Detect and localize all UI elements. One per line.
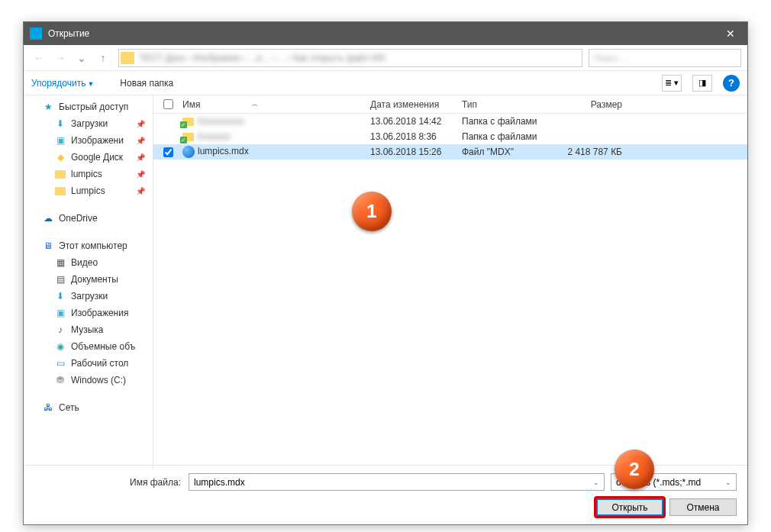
gdrive-icon: ◆ [54,151,66,163]
organize-button[interactable]: Упорядочить▼ [31,78,94,89]
download-icon: ⬇ [54,118,66,130]
column-date[interactable]: Дата изменения [364,99,456,110]
pin-icon: 📌 [136,170,145,179]
desktop-icon: ▭ [54,357,66,369]
pictures-icon: ▣ [54,134,66,147]
sidebar-quick-access[interactable]: ★Быстрый доступ [24,98,153,115]
sidebar-desktop[interactable]: ▭Рабочий стол [24,355,153,372]
file-row-folder[interactable]: Xxxxxxx 13.06.2018 8:36 Папка с файлами [153,129,747,144]
file-date: 13.06.2018 8:36 [364,131,456,142]
sidebar-3d-objects[interactable]: ◉Объемные объ [24,338,153,355]
preview-pane-button[interactable]: ◨ [692,75,712,92]
folder-icon [182,133,194,141]
file-name: Xxxxxxx [197,131,231,142]
close-button[interactable]: ✕ [713,22,747,45]
search-placeholder: Поиск ... [589,50,740,66]
up-button[interactable]: ↑ [94,49,112,67]
mdx-file-icon [182,146,195,158]
pc-icon: 🖥 [42,240,54,252]
annotation-badge-2: 2 [615,450,654,489]
command-bar: Упорядочить▼ Новая папка ≣ ▾ ◨ ? [24,71,747,95]
view-options-button[interactable]: ≣ ▾ [662,75,682,92]
recent-locations-caret[interactable]: ⌄ [73,49,91,67]
filename-label: Имя файла: [34,477,189,488]
sidebar-pictures[interactable]: ▣Изображени📌 [24,132,153,149]
onedrive-icon: ☁ [42,212,54,224]
file-row-selected[interactable]: lumpics.mdx 13.06.2018 15:26 Файл "MDX" … [153,144,747,160]
pin-icon: 📌 [136,153,145,162]
file-type: Папка с файлами [456,116,549,127]
search-input[interactable]: Поиск ... [589,49,741,67]
title-bar: Открытие ✕ [24,22,747,45]
app-icon [30,27,42,40]
file-name: Xxxxxxxxxx [197,116,244,127]
sidebar-downloads2[interactable]: ⬇Загрузки [24,288,153,305]
star-icon: ★ [42,101,54,113]
column-name[interactable]: Имя︿ [176,99,364,110]
file-row-folder[interactable]: Xxxxxxxxxx 13.06.2018 14:42 Папка с файл… [153,114,747,129]
file-list: Имя︿ Дата изменения Тип Размер Xxxxxxxxx… [153,95,747,469]
open-file-dialog: Открытие ✕ ← → ⌄ ↑ ТЕСТ Диск › Изображен… [23,21,748,525]
objects-icon: ◉ [54,340,66,353]
row-checkbox[interactable] [163,147,173,157]
sidebar-music[interactable]: ♪Музыка [24,321,153,338]
filename-value: lumpics.mdx [194,477,245,488]
window-title: Открытие [48,28,713,39]
file-date: 13.06.2018 14:42 [364,116,456,127]
column-checkbox[interactable] [153,99,176,109]
pin-icon: 📌 [136,120,145,128]
sidebar-network[interactable]: 🖧Сеть [24,399,153,416]
sidebar-lumpics[interactable]: lumpics📌 [24,166,153,182]
video-icon: ▦ [54,256,66,269]
download-icon: ⬇ [54,290,66,302]
music-icon: ♪ [54,324,66,336]
column-type[interactable]: Тип [456,99,549,110]
column-headers: Имя︿ Дата изменения Тип Размер [153,95,747,114]
file-name: lumpics.mdx [198,146,249,156]
sidebar-lumpics2[interactable]: Lumpics📌 [24,182,153,199]
cancel-button[interactable]: Отмена [669,498,737,516]
sidebar-pictures2[interactable]: ▣Изображения [24,305,153,321]
dropdown-caret-icon[interactable]: ⌄ [593,479,599,486]
address-path: ТЕСТ Диск › Изображен › ...и... › ... › … [139,53,386,63]
sidebar-this-pc[interactable]: 🖥Этот компьютер [24,237,153,254]
pin-icon: 📌 [136,187,145,195]
navigation-bar: ← → ⌄ ↑ ТЕСТ Диск › Изображен › ...и... … [24,45,747,71]
organize-label: Упорядочить [31,78,85,89]
documents-icon: ▤ [54,273,66,285]
new-folder-button[interactable]: Новая папка [120,78,173,89]
folder-icon [121,52,134,64]
filename-input[interactable]: lumpics.mdx ⌄ [189,473,605,491]
file-date: 13.06.2018 15:26 [364,147,456,157]
file-type: Папка с файлами [456,131,549,142]
sidebar-onedrive[interactable]: ☁OneDrive [24,210,153,227]
folder-icon [54,168,66,180]
sidebar-google-drive[interactable]: ◆Google Диск📌 [24,149,153,166]
forward-button[interactable]: → [51,49,69,67]
folder-icon [54,185,66,197]
sidebar-documents[interactable]: ▤Документы [24,271,153,288]
file-size: 2 418 787 КБ [549,147,633,157]
sidebar-videos[interactable]: ▦Видео [24,254,153,271]
select-all-checkbox[interactable] [163,99,173,109]
navigation-pane: ★Быстрый доступ ⬇Загрузки📌 ▣Изображени📌 … [24,95,153,469]
dialog-body: ★Быстрый доступ ⬇Загрузки📌 ▣Изображени📌 … [24,95,747,469]
back-button[interactable]: ← [30,49,48,67]
address-bar[interactable]: ТЕСТ Диск › Изображен › ...и... › ... › … [118,49,582,67]
file-type: Файл "MDX" [456,147,549,157]
sort-caret-icon: ︿ [252,100,258,108]
sidebar-downloads[interactable]: ⬇Загрузки📌 [24,115,153,132]
dropdown-caret-icon[interactable]: ⌄ [725,479,731,486]
column-size[interactable]: Размер [549,99,633,110]
pictures-icon: ▣ [54,307,66,319]
help-button[interactable]: ? [723,75,740,92]
pin-icon: 📌 [136,137,145,145]
annotation-badge-1: 1 [352,192,392,231]
network-icon: 🖧 [42,401,54,414]
folder-icon [182,118,194,126]
open-button[interactable]: Открыть [596,498,663,516]
disk-icon: ⛃ [54,374,66,386]
sidebar-c-drive[interactable]: ⛃Windows (C:) [24,372,153,389]
